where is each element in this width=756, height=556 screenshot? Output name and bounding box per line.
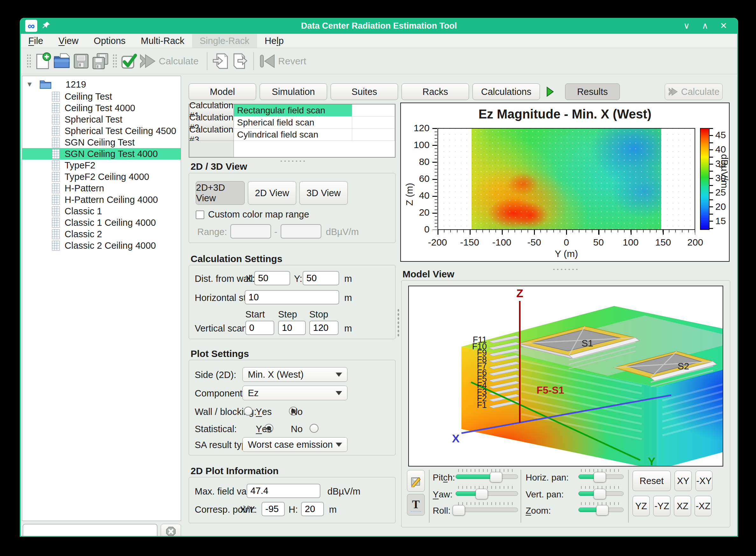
tree-item[interactable]: SGN Ceiling Test: [22, 137, 181, 148]
tab-racks[interactable]: Racks: [402, 83, 469, 100]
save-button[interactable]: [72, 51, 91, 71]
horizontal-step-input[interactable]: [245, 290, 339, 305]
slider-thumb[interactable]: [594, 472, 606, 482]
tree-item[interactable]: TypeF2 Ceiling 4000: [22, 171, 181, 182]
vscan-start-input[interactable]: [245, 321, 274, 335]
slider-thumb[interactable]: [490, 472, 502, 482]
open-button[interactable]: [52, 51, 72, 71]
tree-expand-arrow-icon[interactable]: ▼: [26, 80, 34, 89]
calc-row-header[interactable]: Calculation #3: [189, 129, 234, 141]
calc-row-name[interactable]: Spherical field scan: [234, 116, 352, 129]
toolbar-drag-handle[interactable]: [27, 54, 31, 68]
pitch-slider[interactable]: [456, 469, 518, 484]
tree-item[interactable]: Ceiling Test: [22, 91, 181, 102]
view-negxy-button[interactable]: -XY: [695, 471, 712, 491]
dist-y-input[interactable]: [303, 271, 339, 285]
filter-clear-button[interactable]: [161, 524, 181, 537]
reset-view-button[interactable]: Reset: [633, 471, 671, 491]
tree-item[interactable]: H-Pattern Ceiling 4000: [22, 194, 181, 205]
slider-thumb[interactable]: [476, 489, 488, 499]
slider-thumb[interactable]: [596, 505, 609, 516]
tree-item[interactable]: Ceiling Test 4000: [22, 102, 181, 114]
menu-help[interactable]: Help: [257, 34, 292, 48]
tab-simulation[interactable]: Simulation: [260, 83, 327, 100]
slider-thumb[interactable]: [452, 505, 465, 516]
tree-item[interactable]: Spherical Test: [22, 114, 181, 125]
view-negxz-button[interactable]: -XZ: [694, 496, 712, 516]
tree-item[interactable]: TypeF2: [22, 160, 181, 171]
splitter-handle[interactable]: [552, 268, 577, 271]
side-dropdown[interactable]: Min. X (West): [242, 367, 347, 382]
maximize-button[interactable]: ∧: [700, 21, 711, 31]
tree-item[interactable]: Spherical Test Ceiling 4500: [22, 125, 181, 137]
zoom-slider[interactable]: [578, 502, 623, 517]
slider-thumb[interactable]: [594, 489, 606, 499]
yaw-slider[interactable]: [456, 486, 518, 500]
tree-item[interactable]: H-Pattern: [22, 182, 181, 194]
new-project-button[interactable]: [33, 51, 52, 71]
menu-view[interactable]: View: [51, 34, 86, 48]
splitter-handle[interactable]: [397, 308, 400, 338]
stat-no-label[interactable]: No: [291, 424, 303, 435]
grid-icon: [51, 160, 60, 171]
view-yz-button[interactable]: YZ: [633, 496, 650, 516]
wall-yes-radio[interactable]: [244, 407, 253, 416]
tab-suites[interactable]: Suites: [331, 83, 398, 100]
vscan-step-input[interactable]: [278, 321, 306, 335]
calc-row-extra[interactable]: [352, 129, 395, 141]
text-annotations-button[interactable]: T: [407, 494, 425, 516]
tree-item[interactable]: Classic 2 Ceiling 4000: [22, 240, 181, 251]
max-field-input[interactable]: [247, 484, 320, 498]
suite-s1-label: S1: [582, 338, 594, 348]
horizontal-pan-slider[interactable]: [578, 469, 623, 484]
stat-yes-label[interactable]: Yes: [256, 424, 272, 435]
grid-icon: [51, 92, 60, 102]
toolbar-drag-handle[interactable]: [112, 54, 117, 68]
tab-results[interactable]: Results: [565, 83, 620, 100]
calc-table-filler: [352, 141, 395, 157]
tab-calculations[interactable]: Calculations: [473, 83, 540, 100]
dist-x-input[interactable]: [254, 271, 290, 285]
tree-filter-input[interactable]: [23, 524, 157, 537]
view-xy-button[interactable]: XY: [675, 471, 692, 491]
tree-root[interactable]: ▼ 1219: [22, 78, 181, 91]
unit-m: m: [344, 323, 352, 334]
component-dropdown[interactable]: Ez: [242, 386, 347, 400]
view-3d-button[interactable]: 3D View: [299, 181, 348, 205]
export-icon: [231, 53, 249, 70]
validate-button[interactable]: [119, 51, 139, 71]
splitter-handle[interactable]: [279, 160, 305, 163]
menu-file[interactable]: File: [21, 34, 51, 48]
tree-item[interactable]: Classic 1: [22, 205, 181, 217]
calc-row-extra[interactable]: [352, 116, 395, 129]
minimize-button[interactable]: ∨: [681, 21, 692, 31]
xy-input[interactable]: [262, 502, 285, 516]
calc-row-name[interactable]: Rectangular field scan: [234, 104, 352, 116]
view-negyz-button[interactable]: -YZ: [653, 496, 670, 516]
sa-result-dropdown[interactable]: Worst case emission: [242, 437, 347, 452]
stat-no-radio[interactable]: [310, 424, 318, 433]
vertical-pan-slider[interactable]: [578, 486, 623, 500]
view-xz-button[interactable]: XZ: [674, 496, 691, 516]
h-input[interactable]: [301, 502, 324, 516]
model-3d-canvas[interactable]: Z X Y F11 F10 F9 F8 F7 F6 F5 F4 F3 F2 F1: [408, 286, 723, 466]
tab-model[interactable]: Model: [189, 83, 256, 100]
calc-row-extra[interactable]: [352, 104, 395, 116]
toolbar-separator: [253, 52, 254, 70]
save-as-button[interactable]: [91, 51, 110, 71]
view-2d3d-button[interactable]: 2D+3D View: [196, 181, 245, 205]
tree-item[interactable]: Classic 2: [22, 228, 181, 240]
wall-yes-label[interactable]: Yes: [256, 407, 272, 417]
calc-row-name[interactable]: Cylindrical field scan: [234, 129, 352, 141]
snapshot-button[interactable]: [407, 470, 425, 492]
tree-item[interactable]: Classic 1 Ceiling 4000: [22, 217, 181, 228]
tree-item-selected[interactable]: SGN Ceiling Test 4000: [22, 148, 181, 160]
wall-no-label[interactable]: No: [291, 407, 303, 417]
vscan-stop-input[interactable]: [309, 321, 339, 335]
custom-range-checkbox[interactable]: [196, 210, 204, 219]
menu-options[interactable]: Options: [86, 34, 133, 48]
close-button[interactable]: ✕: [718, 21, 729, 31]
roll-slider[interactable]: [456, 502, 518, 517]
view-2d-button[interactable]: 2D View: [248, 181, 296, 205]
menu-multi-rack[interactable]: Multi-Rack: [133, 34, 192, 48]
